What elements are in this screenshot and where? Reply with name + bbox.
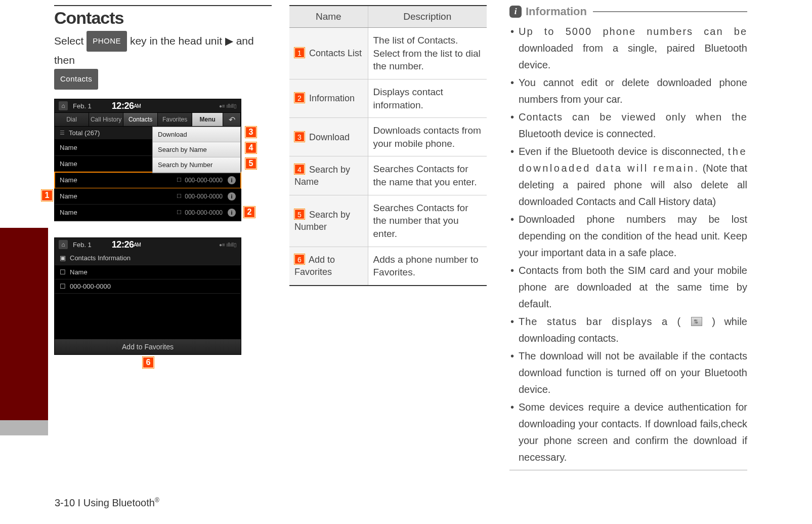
tab-dial[interactable]: Dial — [55, 113, 89, 126]
menu-search-name[interactable]: Search by Name — [153, 142, 240, 157]
row-desc: Displays contact information. — [368, 79, 487, 117]
contact-name: Name — [60, 209, 177, 216]
info-icon[interactable]: i — [228, 176, 236, 184]
info-icon[interactable]: i — [228, 209, 236, 217]
signal-icon: ●≡ ıllıll▯ — [219, 103, 237, 109]
info-text: Even if the Bluetooth device is disconne… — [519, 146, 724, 157]
callout-4: 4 — [245, 142, 257, 153]
phone-icon: ☐ — [177, 193, 182, 199]
status-bar: ⌂ Feb. 1 12:26AM ●≡ ıllıll▯ — [55, 238, 241, 251]
information-heading: i Information — [509, 5, 747, 18]
status-time: 12:26AM — [112, 239, 141, 250]
row-name: Contacts List — [309, 48, 362, 58]
contact-card-icon: ▣ — [60, 254, 66, 262]
callout-2: 2 — [244, 207, 255, 218]
tab-favorites[interactable]: Favorites — [158, 113, 192, 126]
table-row: 1 Contacts List The list of Contacts. Se… — [289, 28, 487, 79]
phone-icon: ☐ — [177, 209, 182, 216]
table-row: 6 Add to Favorites Adds a phone number t… — [289, 247, 487, 286]
info-item: Downloaded phone numbers may be lost dep… — [509, 211, 747, 261]
status-bar: ⌂ Feb. 1 12:26AM ●≡ ıllıll▯ — [55, 99, 241, 112]
add-to-favorites-button[interactable]: Add to Favorites — [55, 339, 241, 354]
contact-name-row: ☐ Name — [55, 265, 241, 279]
menu-button[interactable]: Menu — [192, 113, 223, 126]
contact-phone: 000-000-0000 — [185, 177, 223, 184]
chapter-color-tab — [0, 228, 48, 420]
row-name: Information — [309, 93, 355, 103]
info-icon[interactable]: i — [228, 192, 236, 200]
table-head-name: Name — [289, 6, 368, 28]
info-end-rule — [509, 470, 747, 470]
status-time: 12:26AM — [112, 101, 141, 111]
time-ampm: AM — [134, 103, 141, 109]
row-number-badge: 2 — [294, 93, 305, 103]
phone-key-button: PHONE — [87, 31, 127, 52]
person-icon: ☐ — [60, 268, 66, 276]
row-desc: Searches Contacts for the name that you … — [368, 156, 487, 195]
row-desc: Adds a phone number to Favorites. — [368, 247, 487, 286]
list-item-highlighted[interactable]: Name ☐ 000-000-0000 i — [55, 172, 241, 188]
information-heading-text: Information — [526, 5, 587, 18]
home-icon[interactable]: ⌂ — [59, 101, 68, 110]
footer-separator: I — [75, 497, 83, 508]
screenshot-contact-info: ⌂ Feb. 1 12:26AM ●≡ ıllıll▯ ▣ Contacts I… — [54, 237, 272, 355]
callout-5: 5 — [245, 158, 257, 169]
download-status-icon — [691, 317, 702, 326]
registered-mark: ® — [155, 497, 159, 504]
tab-bar: Dial Call History Contacts Favorites Men… — [55, 112, 241, 127]
contact-phone-row: ☐ 000-000-0000 — [55, 279, 241, 294]
heading-rule — [593, 11, 747, 12]
screenshot-contacts-list: ⌂ Feb. 1 12:26AM ●≡ ıllıll▯ Dial Call Hi… — [54, 99, 272, 221]
home-icon[interactable]: ⌂ — [59, 240, 68, 249]
tab-contacts[interactable]: Contacts — [123, 113, 158, 126]
page-number: 3-10 — [55, 497, 75, 508]
signal-icon: ●≡ ıllıll▯ — [219, 242, 237, 248]
table-row: 5 Search by Number Searches Contacts for… — [289, 195, 487, 247]
status-date: Feb. 1 — [73, 102, 92, 110]
info-text: The status bar displays a ( — [519, 316, 681, 327]
info-item: Some devices require a device authentica… — [509, 399, 747, 466]
contact-phone-value: 000-000-0000 — [70, 283, 111, 290]
table-head-description: Description — [368, 6, 487, 28]
phone-icon: ☐ — [60, 283, 66, 290]
row-desc: Searches Contacts for the number that yo… — [368, 195, 487, 247]
empty-area — [55, 294, 241, 339]
info-text: downloaded from a single, paired Bluetoo… — [519, 43, 747, 70]
back-button[interactable]: ↶ — [223, 113, 241, 126]
info-item: You cannot edit or delete downloaded pho… — [509, 74, 747, 108]
time-ampm: AM — [134, 242, 141, 248]
info-i-icon: i — [509, 6, 522, 18]
page-title: Contacts — [54, 5, 272, 28]
list-item[interactable]: Name ☐ 000-000-0000 i — [55, 188, 241, 205]
table-row: 2 Information Displays contact informati… — [289, 79, 487, 117]
instruction-text: Select PHONE key in the head unit ▶ and … — [54, 31, 272, 90]
info-item: The download will not be available if th… — [509, 348, 747, 398]
info-item: The status bar displays a ( ) while down… — [509, 313, 747, 347]
screen-title-text: Contacts Information — [70, 254, 131, 262]
time-value: 12:26 — [112, 239, 134, 250]
information-list: Up to 5000 phone numbers can be download… — [509, 23, 747, 466]
page-footer: 3-10 I Using Bluetooth® — [55, 497, 159, 509]
callout-1: 1 — [41, 190, 53, 201]
phone-icon: ☐ — [177, 177, 182, 183]
table-row: 4 Search by Name Searches Contacts for t… — [289, 156, 487, 195]
info-item: Contacts can be viewed only when the Blu… — [509, 109, 747, 142]
callout-3: 3 — [245, 127, 257, 138]
list-item[interactable]: Name ☐ 000-000-0000 i — [55, 205, 241, 221]
contact-phone: 000-000-0000 — [185, 209, 223, 216]
contact-name: Name — [60, 176, 177, 184]
info-text: Contacts can be viewed only when the — [519, 111, 747, 123]
row-number-badge: 4 — [294, 164, 305, 174]
table-row: 3 Download Downloads contacts from your … — [289, 118, 487, 156]
tab-call-history[interactable]: Call History — [89, 113, 123, 126]
contact-name-label: Name — [70, 268, 88, 276]
menu-search-number[interactable]: Search by Number — [153, 157, 240, 173]
row-number-badge: 3 — [294, 132, 305, 142]
description-table: Name Description 1 Contacts List The lis… — [289, 5, 487, 286]
row-desc: The list of Contacts. Select from the li… — [368, 28, 487, 79]
contact-phone: 000-000-0000 — [185, 193, 223, 200]
menu-download[interactable]: Download — [153, 127, 240, 142]
contact-name: Name — [60, 192, 177, 200]
row-name: Download — [309, 132, 350, 142]
left-sidebar — [0, 0, 48, 428]
